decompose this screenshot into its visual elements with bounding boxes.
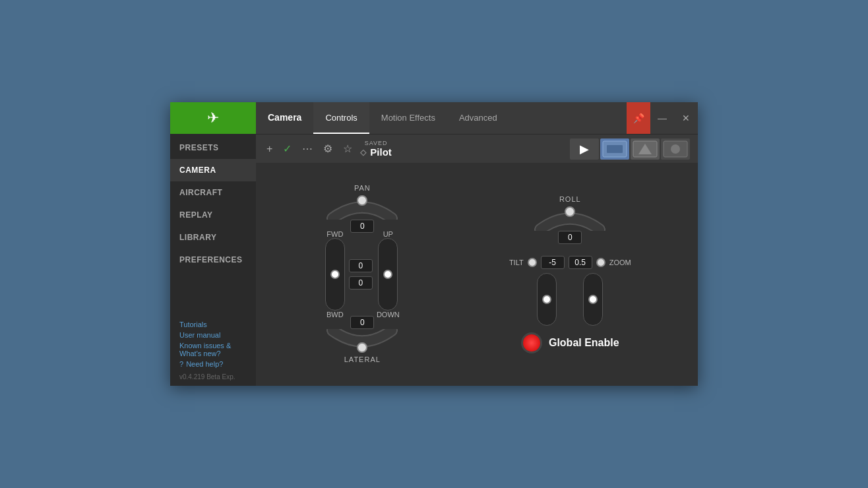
fwd-bwd-slider[interactable] bbox=[325, 238, 345, 311]
fwd-label: FWD bbox=[326, 230, 343, 238]
check-icon[interactable]: ✓ bbox=[280, 140, 294, 158]
view-thumbnails: ▶ bbox=[570, 138, 690, 160]
play-thumb[interactable]: ▶ bbox=[570, 138, 599, 160]
sidebar-item-preferences[interactable]: PREFERENCES bbox=[170, 249, 256, 271]
lateral-arc-svg bbox=[323, 329, 402, 355]
lateral-value[interactable]: 0 bbox=[350, 316, 374, 329]
tilt-knob[interactable] bbox=[528, 258, 537, 267]
preset-name-wrap: SAVED ◇ Pilot bbox=[360, 140, 392, 158]
roll-section: ROLL 0 bbox=[530, 195, 609, 244]
svg-point-7 bbox=[357, 343, 367, 352]
app-logo: ✈ bbox=[170, 102, 256, 134]
zoom-label: ZOOM bbox=[609, 259, 631, 266]
main-content: Camera Controls Motion Effects Advanced … bbox=[256, 102, 698, 386]
user-manual-link[interactable]: User manual bbox=[179, 331, 247, 339]
add-icon[interactable]: + bbox=[264, 140, 275, 158]
minimize-button[interactable]: — bbox=[650, 102, 674, 134]
share-icon[interactable]: ⋯ bbox=[299, 140, 315, 158]
sidebar-item-replay[interactable]: REPLAY bbox=[170, 204, 256, 226]
close-button[interactable]: ✕ bbox=[674, 102, 698, 134]
global-enable-label: Global Enable bbox=[549, 337, 619, 349]
up-down-section: UP DOWN bbox=[377, 230, 400, 319]
tutorials-link[interactable]: Tutorials bbox=[179, 320, 247, 328]
toolbar: + ✓ ⋯ ⚙ ☆ SAVED ◇ Pilot ▶ bbox=[256, 134, 698, 163]
svg-point-6 bbox=[357, 196, 367, 205]
tab-controls[interactable]: Controls bbox=[313, 102, 369, 134]
zoom-knob[interactable] bbox=[596, 258, 605, 267]
left-h-value[interactable]: 0 bbox=[349, 259, 373, 272]
sidebar-links: Tutorials User manual Known issues & Wha… bbox=[170, 315, 256, 371]
preset-name-text: Pilot bbox=[370, 146, 392, 158]
tilt-value[interactable]: -5 bbox=[541, 256, 565, 269]
thumb-1[interactable] bbox=[600, 138, 629, 160]
help-label: Need help? bbox=[186, 360, 223, 368]
roll-label: ROLL bbox=[559, 195, 581, 203]
sidebar-item-presets[interactable]: PRESETS bbox=[170, 137, 256, 159]
help-icon: ? bbox=[179, 360, 183, 368]
lateral-label: LATERAL bbox=[344, 355, 381, 363]
left-v-value[interactable]: 0 bbox=[349, 276, 373, 290]
tab-motion-effects[interactable]: Motion Effects bbox=[369, 102, 447, 134]
pan-label: PAN bbox=[354, 184, 371, 192]
middle-row: FWD BWD 0 0 UP bbox=[325, 230, 400, 319]
sidebar-item-aircraft[interactable]: AIRCRAFT bbox=[170, 181, 256, 204]
sidebar: ✈ PRESETS CAMERA AIRCRAFT REPLAY LIBRARY… bbox=[170, 102, 256, 386]
tab-bar: Camera Controls Motion Effects Advanced bbox=[256, 102, 627, 134]
saved-label: SAVED bbox=[365, 140, 388, 146]
tab-advanced[interactable]: Advanced bbox=[447, 102, 509, 134]
preset-name: ◇ Pilot bbox=[360, 146, 392, 158]
pan-section: PAN 0 bbox=[323, 184, 402, 233]
pin-button[interactable]: 📌 bbox=[627, 102, 650, 134]
left-joystick-group: PAN 0 FWD BWD bbox=[323, 184, 402, 365]
tilt-slider[interactable] bbox=[537, 273, 557, 326]
star-icon[interactable]: ☆ bbox=[340, 140, 355, 158]
tilt-label: TILT bbox=[509, 259, 524, 266]
controls-area: PAN 0 FWD BWD bbox=[256, 163, 698, 386]
thumb-3[interactable] bbox=[661, 138, 690, 160]
tilt-right-value[interactable]: 0.5 bbox=[569, 256, 592, 269]
svg-rect-1 bbox=[607, 145, 623, 153]
thumb-2[interactable] bbox=[631, 138, 660, 160]
right-joystick-group: ROLL 0 TILT -5 0 bbox=[509, 195, 631, 353]
svg-point-8 bbox=[565, 207, 574, 216]
known-issues-link[interactable]: Known issues & What's new? bbox=[179, 342, 247, 357]
version-label: v0.4.219 Beta Exp. bbox=[170, 371, 256, 386]
svg-point-5 bbox=[671, 144, 680, 154]
zoom-slider[interactable] bbox=[583, 273, 603, 326]
lateral-section: 0 LATERAL bbox=[323, 316, 402, 365]
settings-icon[interactable]: ⚙ bbox=[321, 140, 335, 158]
up-down-slider[interactable] bbox=[378, 238, 398, 311]
tilt-zoom-sliders bbox=[537, 273, 603, 326]
global-enable-section: Global Enable bbox=[521, 332, 619, 353]
window-controls: 📌 — ✕ bbox=[627, 102, 698, 134]
roll-value[interactable]: 0 bbox=[558, 231, 582, 244]
sidebar-item-camera[interactable]: CAMERA bbox=[170, 159, 256, 181]
need-help-link[interactable]: ? Need help? bbox=[179, 360, 247, 368]
pan-arc-svg bbox=[323, 193, 402, 220]
up-label: UP bbox=[383, 230, 393, 238]
roll-arc-svg bbox=[530, 204, 609, 231]
center-values: 0 0 bbox=[349, 259, 373, 290]
tilt-zoom-row: TILT -5 0.5 ZOOM bbox=[509, 256, 631, 269]
preset-icon: ◇ bbox=[360, 148, 366, 157]
global-enable-toggle[interactable] bbox=[521, 332, 542, 353]
sidebar-menu: PRESETS CAMERA AIRCRAFT REPLAY LIBRARY P… bbox=[170, 134, 256, 315]
tab-camera[interactable]: Camera bbox=[256, 102, 313, 134]
fwd-bwd-section: FWD BWD bbox=[325, 230, 345, 319]
title-bar: Camera Controls Motion Effects Advanced … bbox=[256, 102, 698, 134]
drone-icon: ✈ bbox=[207, 109, 219, 127]
sidebar-item-library[interactable]: LIBRARY bbox=[170, 226, 256, 249]
